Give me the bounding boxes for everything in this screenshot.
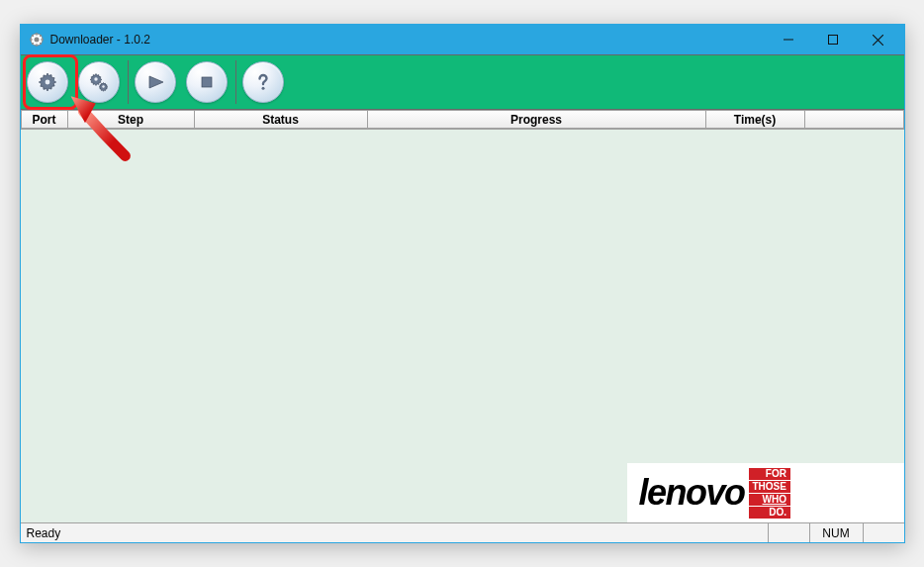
minimize-button[interactable] <box>767 26 811 53</box>
window-title: Downloader - 1.0.2 <box>50 33 150 47</box>
col-tail[interactable] <box>805 110 904 129</box>
brand-badge: lenovo FOR THOSE WHO DO. <box>627 463 904 522</box>
svg-rect-2 <box>829 36 838 45</box>
svg-point-8 <box>102 85 104 87</box>
config-button[interactable] <box>27 61 68 103</box>
start-button[interactable] <box>135 61 176 103</box>
maximize-button[interactable] <box>811 26 856 53</box>
close-icon <box>873 35 883 46</box>
close-button[interactable] <box>856 26 900 53</box>
minimize-icon <box>784 35 793 45</box>
col-status[interactable]: Status <box>195 110 368 129</box>
brand-tagline: FOR THOSE WHO DO. <box>749 468 790 519</box>
table-header: Port Step Status Progress Time(s) <box>21 110 904 130</box>
brand-logo-text: lenovo <box>639 472 745 514</box>
help-button[interactable] <box>242 61 284 103</box>
svg-point-10 <box>261 87 264 90</box>
status-cell-empty <box>768 523 809 542</box>
stop-button[interactable] <box>186 61 228 103</box>
col-step[interactable]: Step <box>68 110 195 129</box>
statusbar: Ready NUM <box>21 522 904 542</box>
tag-line: FOR <box>749 468 790 480</box>
svg-point-1 <box>34 38 39 43</box>
stop-icon <box>195 70 219 94</box>
titlebar: Downloader - 1.0.2 <box>21 25 904 54</box>
tag-line: THOSE <box>749 481 790 493</box>
col-time[interactable]: Time(s) <box>706 110 805 129</box>
maximize-icon <box>828 35 838 45</box>
toolbar-separator <box>128 60 129 104</box>
status-cell-empty <box>863 523 904 542</box>
settings-button[interactable] <box>78 61 120 103</box>
svg-point-7 <box>94 77 97 80</box>
svg-point-4 <box>45 80 49 85</box>
gears-icon <box>87 70 111 94</box>
status-ready: Ready <box>21 526 768 540</box>
svg-rect-9 <box>202 77 212 87</box>
tag-line: DO. <box>749 507 790 519</box>
app-window: Downloader - 1.0.2 <box>20 24 905 543</box>
col-progress[interactable]: Progress <box>368 110 706 129</box>
tag-line: WHO <box>749 494 790 506</box>
col-port[interactable]: Port <box>21 110 68 129</box>
toolbar-separator <box>235 60 236 104</box>
gear-icon <box>36 70 59 94</box>
play-icon <box>143 70 167 94</box>
toolbar <box>21 54 904 110</box>
status-num: NUM <box>809 523 863 542</box>
question-icon <box>251 70 275 94</box>
table-body: lenovo FOR THOSE WHO DO. <box>21 130 904 522</box>
app-icon <box>29 32 45 47</box>
